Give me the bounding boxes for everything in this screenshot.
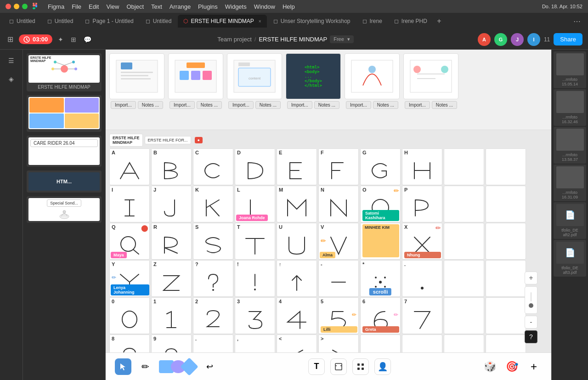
tab-erste-hilfe[interactable]: ⬡ ERSTE HILFE MINDMAP × [178,15,266,28]
import-btn-5[interactable]: Import... [346,101,371,109]
strip-thumb-3[interactable]: content [227,53,282,99]
menu-file[interactable]: File [72,3,81,10]
import-btn-2[interactable]: Import... [170,101,195,109]
thumb-care-rider[interactable]: CARE RIDER 26.04 [27,136,102,167]
notes-btn-1[interactable]: Notes ... [138,101,163,109]
notes-btn-5[interactable]: Notes ... [373,101,398,109]
close-button[interactable] [6,4,11,9]
cell-extra2 [486,148,526,185]
select-tool-button[interactable] [115,358,131,375]
right-strip-item-1[interactable]: ...rmfoto15.05.14 [554,51,586,88]
svg-point-27 [368,66,376,73]
move-tool-button[interactable]: ⊞ [6,33,15,45]
add-button[interactable]: + [526,358,542,375]
cell-extra7 [444,260,484,297]
menu-figma[interactable]: Figma [48,3,64,10]
assets-button[interactable]: ◈ [4,72,19,86]
thumb-erste-hilfe[interactable]: ERSTE HILFEMINDMAP ERSTE HILFE MINDMAP [27,53,102,91]
svg-line-3 [64,62,74,65]
tab-untitled-4[interactable]: ◻ Untitled [140,15,177,28]
thumb-sticky[interactable] [27,95,102,132]
tab-untitled-1[interactable]: ◻ Untitled [4,15,41,28]
svg-point-8 [51,68,54,70]
right-strip-item-2[interactable]: ...rmfoto16.32.46 [554,89,586,126]
person-tool-button[interactable]: 👤 [374,358,391,375]
canvas-wrapper[interactable]: Import... Notes ... [106,50,551,380]
more-options-icon[interactable]: ⋯ [573,17,581,26]
tab-irene-phd[interactable]: ◻ Irene PHD [389,15,433,28]
minimize-button[interactable] [14,4,19,9]
svg-point-37 [384,277,386,278]
help-button[interactable]: ? [525,330,537,343]
plan-badge[interactable]: Free ▾ [330,35,354,43]
thumb-html[interactable]: HTM... [27,170,102,193]
canvas-grid[interactable]: ERSTE HILFEMINDMAP ERSTE HILFE FOR... ● … [106,130,551,352]
menu-window[interactable]: Window [254,3,275,10]
canvas-background[interactable]: Import... Notes ... [106,50,551,380]
right-strip-item-4[interactable]: ...rmfoto16.31.09 [554,164,586,201]
notes-btn-6[interactable]: Notes ... [432,101,457,109]
frame-tool-button[interactable] [330,358,347,375]
menu-view[interactable]: View [106,3,119,10]
cell-F: F [318,148,359,185]
menu-text[interactable]: Text [151,3,162,10]
thumb-special[interactable]: Special Sond... [27,196,102,223]
menu-help[interactable]: Help [283,3,295,10]
zoom-out-button[interactable]: - [525,316,537,329]
notes-btn-2[interactable]: Notes ... [197,101,222,109]
menu-widgets[interactable]: Widgets [225,3,247,10]
pen-tool-button[interactable]: ✏ [137,358,153,375]
avatar-g[interactable]: G [494,33,507,46]
strip-thumb-6[interactable] [403,53,458,99]
cell-E: E [277,148,317,185]
comment-button[interactable]: 💬 [82,34,93,45]
new-tab-button[interactable]: + [434,16,445,27]
traffic-lights[interactable] [6,4,28,9]
notes-btn-4[interactable]: Notes ... [314,101,339,109]
menu-edit[interactable]: Edit [89,3,99,10]
menu-plugins[interactable]: Plugins [198,3,218,10]
maximize-button[interactable] [22,4,28,9]
avatar-j[interactable]: J [511,33,524,46]
tab-irene[interactable]: ◻ Irene [357,15,388,28]
cell-A: A [109,148,150,185]
strip-thumb-4[interactable]: <html><body>...</body></html> [286,53,341,99]
share-button[interactable]: Share [554,33,582,45]
svg-point-6 [54,61,57,63]
tab-close-icon[interactable]: × [259,19,261,24]
avatar-a[interactable]: A [478,33,491,46]
avatar-i[interactable]: I [527,33,540,46]
arrow-tool-button[interactable]: ↩ [201,358,218,375]
right-strip-item-5[interactable]: 📄 tfolio_DEaft2.pdf [554,202,586,239]
strip-thumb-1[interactable] [109,53,164,99]
thirty-button[interactable]: 🎯 [503,358,520,375]
right-strip-item-6[interactable]: 📄 tfolio_DEaft3.pdf [554,240,586,277]
menu-object[interactable]: Object [126,3,144,10]
grid-view-button[interactable]: ⊞ [69,34,78,45]
diamond-tool[interactable] [180,357,198,376]
text-tool-button[interactable]: T [308,358,325,375]
stickers-button[interactable]: 🎲 [481,358,498,375]
import-btn-6[interactable]: Import... [405,101,430,109]
import-btn-3[interactable]: Import... [228,101,254,109]
strip-thumb-2[interactable] [168,53,223,99]
zoom-slider[interactable] [525,286,537,314]
user-badge-lenya: Lenya Johanning [111,284,149,295]
svg-rect-50 [362,363,364,366]
timer-badge[interactable]: 03:00 [19,34,52,44]
tab-page1-untitled[interactable]: ◻ Page 1 - Untitled [79,15,139,28]
grid-tool-button[interactable] [352,358,369,375]
svg-rect-18 [187,62,205,68]
layers-button[interactable]: ☰ [4,53,19,68]
strip-thumb-5[interactable] [345,53,400,99]
tab-untitled-2[interactable]: ◻ Untitled [42,15,79,28]
right-strip-item-3[interactable]: ...rmfoto13.58.37 [554,127,586,164]
pencil-icon-6: ✏ [394,312,398,318]
star-tool-button[interactable]: ✦ [56,34,65,45]
zoom-in-button[interactable]: + [525,272,537,284]
tab-storytelling[interactable]: ◻ Unser Storytelling Workshop [268,15,356,28]
menu-arrange[interactable]: Arrange [170,3,191,10]
notes-btn-3[interactable]: Notes ... [255,101,281,109]
import-btn-4[interactable]: Import... [287,101,312,109]
import-btn-1[interactable]: Import... [111,101,136,109]
